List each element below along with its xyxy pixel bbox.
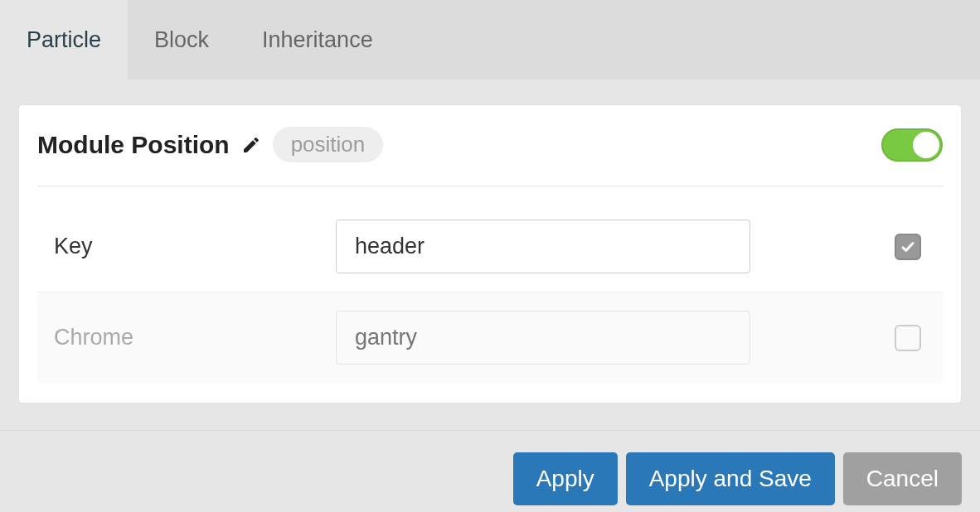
tab-block[interactable]: Block (128, 0, 235, 80)
field-row-key: Key (37, 201, 943, 292)
chrome-checkbox[interactable] (895, 325, 921, 351)
pencil-icon[interactable] (241, 135, 261, 155)
chrome-label: Chrome (54, 325, 336, 350)
field-row-chrome: Chrome (37, 292, 943, 383)
enable-toggle[interactable] (881, 128, 943, 162)
type-tag: position (273, 127, 384, 162)
apply-and-save-button[interactable]: Apply and Save (626, 452, 835, 505)
tab-particle[interactable]: Particle (0, 0, 128, 80)
panel-header: Module Position position (37, 127, 943, 186)
chrome-input[interactable] (336, 311, 750, 365)
tab-inheritance[interactable]: Inheritance (235, 0, 400, 80)
key-label: Key (54, 234, 336, 259)
cancel-button[interactable]: Cancel (843, 452, 962, 505)
fields-container: Key Chrome (37, 201, 943, 383)
settings-panel: Module Position position Key (18, 104, 962, 403)
footer-actions: Apply Apply and Save Cancel (0, 430, 980, 512)
apply-button[interactable]: Apply (513, 452, 618, 505)
tab-bar: Particle Block Inheritance (0, 0, 980, 80)
key-checkbox[interactable] (895, 234, 921, 260)
panel-title: Module Position (37, 131, 230, 159)
key-input[interactable] (336, 220, 750, 273)
